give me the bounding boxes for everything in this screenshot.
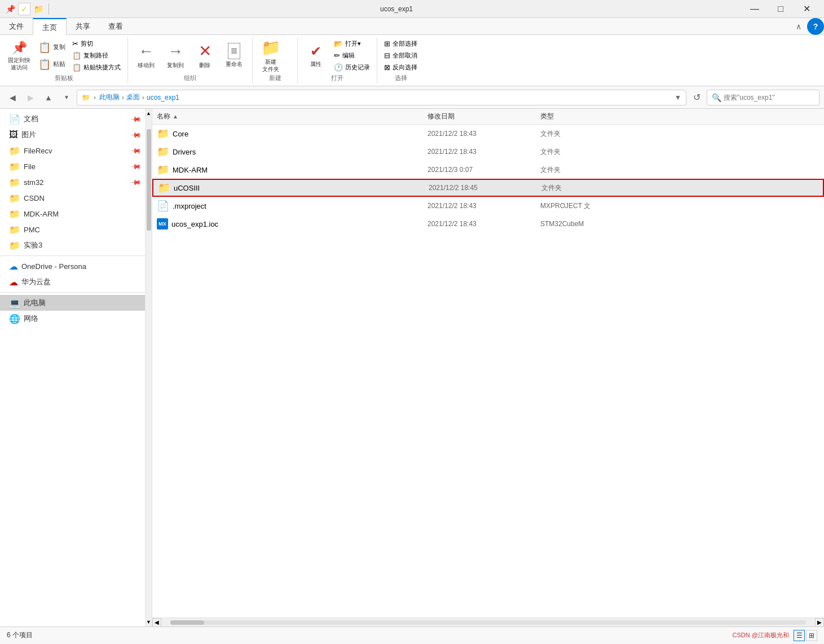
pin-to-quick-access-button[interactable]: 📌 固定到快速访问: [5, 39, 34, 73]
move-to-button[interactable]: ← 移动到: [133, 39, 160, 73]
select-all-button[interactable]: ⊞ 全部选择: [382, 39, 420, 49]
col-name-label: 名称: [157, 112, 170, 121]
search-box[interactable]: 🔍: [707, 90, 819, 105]
refresh-button[interactable]: ↺: [689, 90, 704, 105]
hscroll-left[interactable]: ◀: [152, 618, 161, 627]
maximize-button[interactable]: □: [768, 0, 794, 18]
title-controls[interactable]: — □ ✕: [742, 0, 819, 18]
history-button[interactable]: 🕐 历史记录: [332, 62, 372, 72]
new-folder-button[interactable]: 📁 新建文件夹: [257, 39, 284, 73]
sidebar-item-documents[interactable]: 📄 文档 📌: [0, 111, 145, 127]
open-button[interactable]: 📂 打开▾: [332, 39, 372, 49]
pictures-icon: 🖼: [9, 130, 18, 140]
nav-current[interactable]: ucos_exp1: [147, 94, 179, 102]
sidebar-scroll-down[interactable]: ▼: [146, 617, 152, 627]
nav-this-pc[interactable]: 此电脑: [99, 92, 120, 102]
properties-icon: ✔: [310, 43, 321, 59]
open-label: 打开▾: [345, 39, 361, 48]
list-view-button[interactable]: ☰: [794, 630, 805, 641]
status-right: CSDN @江南极光和 ☰ ⊞: [733, 630, 817, 641]
help-button[interactable]: ?: [807, 18, 824, 35]
title-separator: [49, 3, 49, 15]
sidebar-item-experiment3-label: 实验3: [24, 240, 140, 250]
nav-sep2: ›: [122, 94, 124, 102]
new-folder-label: 新建文件夹: [262, 58, 279, 73]
search-input[interactable]: [724, 94, 814, 102]
file-row-drivers[interactable]: 📁 Drivers 2021/12/2 18:43 文件夹: [152, 143, 824, 161]
minimize-button[interactable]: —: [742, 0, 768, 18]
nav-dropdown-icon[interactable]: ▼: [675, 94, 681, 102]
sidebar-item-pictures[interactable]: 🖼 图片 📌: [0, 127, 145, 143]
edit-icon: ✏: [334, 51, 340, 60]
sidebar-item-onedrive[interactable]: ☁ OneDrive - Persona: [0, 258, 145, 274]
edit-button[interactable]: ✏ 编辑: [332, 50, 372, 60]
paste-icon: 📋: [38, 58, 51, 70]
status-bar: 6 个项目 CSDN @江南极光和 ☰ ⊞: [0, 627, 824, 643]
recent-locations-button[interactable]: ▼: [59, 90, 74, 105]
view-toggle[interactable]: ☰ ⊞: [794, 630, 817, 641]
file-list-hscroll[interactable]: ◀ ▶: [152, 617, 824, 627]
address-bar[interactable]: 📁 › 此电脑 › 桌面 › ucos_exp1 ▼: [77, 90, 686, 105]
sidebar-item-csdn[interactable]: 📁 CSDN: [0, 190, 145, 206]
properties-label: 属性: [310, 60, 321, 68]
open-icon: 📂: [334, 39, 343, 48]
hscroll-right[interactable]: ▶: [815, 618, 824, 627]
col-header-type[interactable]: 类型: [536, 112, 824, 121]
sidebar-item-filerecv-label: FileRecv: [24, 147, 129, 155]
sidebar-item-documents-label: 文档: [24, 114, 129, 124]
sidebar-scroll-up[interactable]: ▲: [146, 109, 152, 118]
close-button[interactable]: ✕: [794, 0, 819, 18]
col-header-date[interactable]: 修改日期: [423, 112, 536, 121]
sidebar-scrollbar[interactable]: ▲ ▼: [145, 109, 152, 627]
file-cell-date-drivers: 2021/12/2 18:43: [423, 148, 536, 156]
copy-path-button[interactable]: 📋 复制路径: [70, 50, 123, 60]
sidebar-item-this-pc[interactable]: 💻 此电脑: [0, 295, 145, 311]
file-row-mdk-arm[interactable]: 📁 MDK-ARM 2021/12/3 0:07 文件夹: [152, 161, 824, 179]
copy-button[interactable]: 📋 复制: [36, 39, 68, 55]
sidebar-item-pmc[interactable]: 📁 PMC: [0, 222, 145, 237]
col-header-name[interactable]: 名称 ▲: [152, 112, 423, 121]
sidebar-item-mdk-arm[interactable]: 📁 MDK-ARM: [0, 206, 145, 222]
sidebar-item-file[interactable]: 📁 File 📌: [0, 158, 145, 174]
select-none-button[interactable]: ⊟ 全部取消: [382, 50, 420, 60]
file-row-ucos-ioc[interactable]: MX ucos_exp1.ioc 2021/12/2 18:43 STM32Cu…: [152, 215, 824, 233]
invert-selection-button[interactable]: ⊠ 反向选择: [382, 62, 420, 72]
sidebar-item-filerecv[interactable]: 📁 FileRecv 📌: [0, 143, 145, 158]
file-row-core[interactable]: 📁 Core 2021/12/2 18:43 文件夹: [152, 125, 824, 143]
delete-button[interactable]: ✕ 删除: [191, 39, 218, 73]
ribbon-collapse-button[interactable]: ∧: [790, 18, 807, 35]
tab-share[interactable]: 共享: [67, 18, 99, 34]
ribbon-group-select-items: ⊞ 全部选择 ⊟ 全部取消 ⊠ 反向选择: [382, 38, 420, 73]
forward-button[interactable]: ▶: [23, 90, 38, 105]
tab-home[interactable]: 主页: [33, 18, 67, 35]
ribbon-group-organize: ← 移动到 → 复制到 ✕ 删除 ≡ 重命名 组织: [128, 37, 253, 83]
tab-view[interactable]: 查看: [99, 18, 132, 34]
copy-icon: 📋: [38, 41, 51, 54]
paste-shortcut-label: 粘贴快捷方式: [83, 63, 121, 72]
rename-button[interactable]: ≡ 重命名: [221, 39, 248, 73]
open-items-small: 📂 打开▾ ✏ 编辑 🕐 历史记录: [332, 39, 372, 73]
rename-label: 重命名: [226, 60, 243, 68]
paste-button[interactable]: 📋 粘贴: [36, 56, 68, 72]
file-list-area: 名称 ▲ 修改日期 类型 📁 Core 2021/12/2 18:43 文件夹: [152, 109, 824, 627]
properties-button[interactable]: ✔ 属性: [302, 39, 329, 73]
file-row-ucosiii[interactable]: 📁 uCOSIII 2021/12/2 18:45 文件夹: [152, 179, 824, 197]
cut-button[interactable]: ✂ 剪切: [70, 39, 123, 49]
file-row-mxproject[interactable]: 📄 .mxproject 2021/12/2 18:43 MXPROJECT 文: [152, 197, 824, 215]
ribbon-group-clipboard-items: 📌 固定到快速访问 📋 复制 📋 粘贴 ✂ 剪切: [5, 38, 123, 73]
file-cell-type-mxproject: MXPROJECT 文: [536, 201, 824, 211]
pin-icon-filerecv: 📌: [130, 145, 142, 157]
ribbon-group-select: ⊞ 全部选择 ⊟ 全部取消 ⊠ 反向选择 选择: [377, 37, 424, 83]
copy-to-button[interactable]: → 复制到: [162, 39, 189, 73]
sidebar-item-experiment3[interactable]: 📁 实验3: [0, 237, 145, 253]
sidebar-item-network[interactable]: 🌐 网络: [0, 311, 145, 327]
back-button[interactable]: ◀: [5, 90, 20, 105]
history-label: 历史记录: [345, 63, 370, 72]
grid-view-button[interactable]: ⊞: [806, 630, 817, 641]
nav-desktop[interactable]: 桌面: [126, 92, 140, 102]
tab-file[interactable]: 文件: [0, 18, 33, 34]
sidebar-item-stm32[interactable]: 📁 stm32 📌: [0, 174, 145, 190]
sidebar-item-huawei[interactable]: ☁ 华为云盘: [0, 274, 145, 290]
up-button[interactable]: ▲: [41, 90, 56, 105]
paste-shortcut-button[interactable]: 📋 粘贴快捷方式: [70, 62, 123, 72]
